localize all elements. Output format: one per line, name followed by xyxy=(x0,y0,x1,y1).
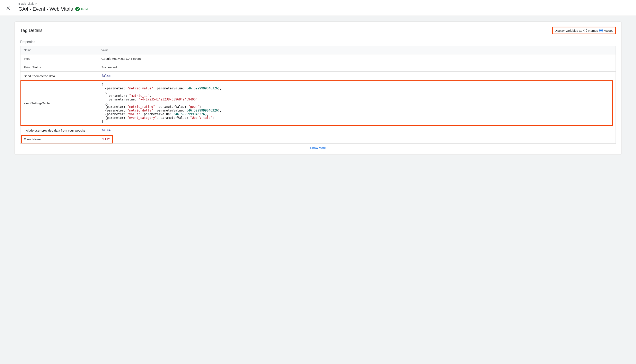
radio-names-label[interactable]: Names xyxy=(588,29,598,32)
table-row: Firing Status Succeeded xyxy=(20,63,616,72)
close-button[interactable] xyxy=(4,4,12,12)
prop-name: eventSettingsTable xyxy=(20,80,98,126)
page-header: 5 web_vitals > GA4 - Event - Web Vitals … xyxy=(0,0,636,16)
fired-label: Fired xyxy=(81,7,88,11)
prop-name: Include user-provided data from your web… xyxy=(20,126,98,135)
radio-names[interactable] xyxy=(584,29,587,32)
prop-value: false xyxy=(98,126,616,135)
col-header-name: Name xyxy=(20,46,98,54)
table-row-event-settings: eventSettingsTable [ {parameter: "metric… xyxy=(20,80,616,126)
table-row: Send Ecommerce data false xyxy=(20,72,616,80)
prop-name: Firing Status xyxy=(20,63,98,72)
page-title: GA4 - Event - Web Vitals xyxy=(18,6,73,12)
card-title: Tag Details xyxy=(20,28,42,33)
table-row: Include user-provided data from your web… xyxy=(20,126,616,135)
prop-value: false xyxy=(98,72,616,80)
tag-details-card: Tag Details Display Variables as Names V… xyxy=(14,22,622,155)
display-variables-toggle: Display Variables as Names Values xyxy=(552,26,616,34)
prop-value-event-settings: [ {parameter: "metric_value", parameterV… xyxy=(98,80,616,126)
col-header-value: Value xyxy=(98,46,616,54)
check-circle-icon xyxy=(75,7,80,11)
table-row-event-name: Event Name "LCP" xyxy=(20,135,616,144)
properties-table: Name Value Type Google Analytics: GA4 Ev… xyxy=(20,46,616,144)
properties-section-label: Properties xyxy=(20,40,616,44)
show-more-link[interactable]: Show More xyxy=(310,146,326,150)
prop-name: Event Name xyxy=(20,135,98,144)
close-icon xyxy=(6,6,10,10)
prop-name: Type xyxy=(20,54,98,63)
fired-badge: Fired xyxy=(75,7,88,11)
table-row: Type Google Analytics: GA4 Event xyxy=(20,54,616,63)
radio-values[interactable] xyxy=(599,29,603,32)
display-variables-label: Display Variables as xyxy=(554,29,582,32)
breadcrumb[interactable]: 5 web_vitals > xyxy=(18,2,88,5)
radio-values-label[interactable]: Values xyxy=(604,29,613,32)
prop-value: Succeeded xyxy=(98,63,616,72)
prop-value: "LCP" xyxy=(98,135,616,144)
prop-value: Google Analytics: GA4 Event xyxy=(98,54,616,63)
prop-name: Send Ecommerce data xyxy=(20,72,98,80)
